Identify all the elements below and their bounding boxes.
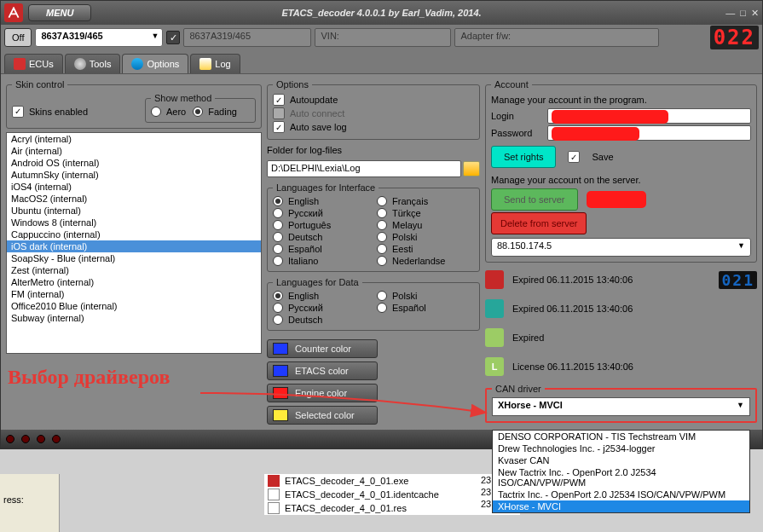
radio-icon	[377, 208, 387, 218]
delete-server-button[interactable]: Delete from server	[491, 212, 587, 234]
status-icon-3	[485, 328, 504, 347]
skin-list[interactable]: Acryl (internal)Air (internal)Android OS…	[6, 132, 262, 354]
lang-radio[interactable]: Polski	[377, 291, 474, 301]
license-text: License 06.11.2015 13:40:06	[512, 361, 633, 372]
engine-swatch	[273, 387, 288, 399]
part-combo[interactable]: 8637A319/465	[35, 28, 163, 47]
radio-icon	[377, 244, 387, 254]
radio-icon	[377, 232, 387, 242]
can-option[interactable]: Drew Technologies Inc. - j2534-logger	[493, 442, 749, 454]
skin-item[interactable]: Acryl (internal)	[7, 133, 261, 145]
skin-item[interactable]: SoapSky - Blue (internal)	[7, 252, 261, 264]
etacs-color-button[interactable]: ETACS color	[267, 361, 378, 380]
skin-item[interactable]: iOS4 (internal)	[7, 181, 261, 193]
lang-radio[interactable]: Deutsch	[273, 232, 370, 242]
tab-options[interactable]: Options	[122, 54, 188, 73]
account-group: Account Manage your account in the progr…	[485, 79, 757, 263]
skin-item[interactable]: Subway (internal)	[7, 312, 261, 324]
skin-item[interactable]: AutumnSky (internal)	[7, 169, 261, 181]
skin-item[interactable]: Air (internal)	[7, 145, 261, 157]
gear-icon	[74, 58, 86, 70]
set-rights-button[interactable]: Set rights	[491, 146, 556, 168]
server-ip-combo[interactable]: 88.150.174.5	[491, 238, 751, 257]
selected-color-button[interactable]: Selected color	[267, 406, 378, 425]
radio-icon	[377, 303, 387, 313]
can-option[interactable]: New Tactrix Inc. - OpenPort 2.0 J2534 IS…	[493, 466, 749, 489]
minimize-icon[interactable]: —	[725, 8, 735, 19]
adapter-field: Adapter f/w:	[454, 28, 659, 47]
lang-radio[interactable]: English	[273, 291, 370, 301]
skin-item[interactable]: Android OS (internal)	[7, 157, 261, 169]
account-manage-text: Manage your account in the program.	[491, 93, 751, 107]
can-option[interactable]: Kvaser CAN	[493, 454, 749, 466]
skins-enabled-label: Skins enabled	[29, 107, 88, 117]
lang-radio[interactable]: Türkçe	[377, 208, 474, 218]
skin-item[interactable]: Ubuntu (internal)	[7, 205, 261, 217]
tab-tools[interactable]: Tools	[65, 54, 121, 73]
login-input[interactable]	[547, 108, 751, 124]
lang-radio[interactable]: Melayu	[377, 220, 474, 230]
autoupdate-checkbox[interactable]	[273, 94, 285, 106]
fading-radio[interactable]	[193, 107, 203, 117]
exe-icon	[268, 475, 280, 487]
skin-item[interactable]: iOS dark (internal)	[7, 240, 261, 252]
lang-radio[interactable]: Italiano	[273, 256, 370, 266]
window-title: ETACS_decoder 4.0.0.1 by Earl_Vadim, 201…	[281, 8, 481, 18]
log-icon	[199, 58, 211, 70]
lang-radio[interactable]: Русский	[273, 208, 370, 218]
autoconnect-checkbox[interactable]	[273, 107, 285, 119]
lang-radio[interactable]: Deutsch	[273, 315, 370, 325]
counter-color-button[interactable]: Counter color	[267, 339, 378, 358]
lang-radio[interactable]: Eesti	[377, 244, 474, 254]
folder-browse-icon[interactable]	[463, 161, 480, 176]
can-driver-select[interactable]: XHorse - MVCI	[492, 397, 750, 416]
vin-field: VIN:	[315, 28, 451, 47]
tab-log[interactable]: Log	[190, 54, 240, 73]
skin-item[interactable]: Windows 8 (internal)	[7, 217, 261, 228]
maximize-icon[interactable]: □	[740, 8, 746, 19]
engine-color-button[interactable]: Engine color	[267, 384, 378, 402]
off-button[interactable]: Off	[4, 28, 32, 47]
license-icon: L	[485, 357, 504, 376]
part-check[interactable]: ✓	[166, 31, 180, 44]
close-icon[interactable]: ✕	[751, 8, 759, 19]
can-option[interactable]: XHorse - MVCI	[493, 500, 749, 512]
radio-icon	[377, 256, 387, 266]
options-icon	[131, 58, 143, 70]
lang-radio[interactable]: Español	[377, 303, 474, 313]
aero-radio[interactable]	[151, 107, 161, 117]
lang-radio[interactable]: Polski	[377, 232, 474, 242]
skin-item[interactable]: Office2010 Blue (internal)	[7, 300, 261, 312]
folder-input[interactable]: D:\DELPHI\Lexia\Log	[267, 160, 461, 177]
can-driver-dropdown[interactable]: DENSO CORPORATION - TIS Techstream VIMDr…	[492, 430, 750, 513]
lang-radio[interactable]: English	[273, 196, 370, 206]
tab-bar: ECUs Tools Options Log	[1, 50, 762, 74]
menu-button[interactable]: MENU	[28, 4, 91, 21]
lang-radio[interactable]: Русский	[273, 303, 370, 313]
autosave-checkbox[interactable]	[273, 121, 285, 133]
lang-radio[interactable]: Português	[273, 220, 370, 230]
lang-radio[interactable]: Nederlandse	[377, 256, 474, 266]
counter-display: 022	[710, 26, 759, 49]
status-dot	[37, 435, 45, 443]
skin-item[interactable]: MacOS2 (internal)	[7, 193, 261, 205]
skin-item[interactable]: FM (internal)	[7, 288, 261, 300]
can-option[interactable]: DENSO CORPORATION - TIS Techstream VIM	[493, 431, 749, 442]
lang-radio[interactable]: Español	[273, 244, 370, 254]
radio-icon	[273, 232, 283, 242]
can-option[interactable]: Tactrix Inc. - OpenPort 2.0 J2534 ISO/CA…	[493, 489, 749, 500]
skin-item[interactable]: Cappuccino (internal)	[7, 228, 261, 240]
send-server-button[interactable]: Send to server	[491, 188, 578, 211]
lang-radio[interactable]: Français	[377, 196, 474, 206]
password-input[interactable]	[547, 125, 751, 141]
radio-icon	[273, 244, 283, 254]
password-redacted	[552, 127, 639, 141]
radio-icon	[377, 291, 387, 301]
tab-ecus[interactable]: ECUs	[4, 54, 63, 73]
skins-enabled-checkbox[interactable]	[12, 106, 24, 118]
skin-item[interactable]: Zest (internal)	[7, 264, 261, 276]
save-checkbox[interactable]	[568, 151, 580, 163]
status-text-2: Expired 06.11.2015 13:40:06	[512, 304, 633, 314]
etacs-swatch	[273, 365, 288, 377]
skin-item[interactable]: AlterMetro (internal)	[7, 276, 261, 288]
